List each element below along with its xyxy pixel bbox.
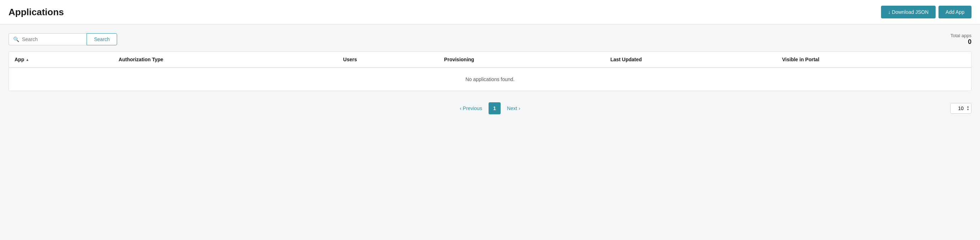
header-actions: ↓ Download JSON Add App (881, 6, 972, 18)
download-json-button[interactable]: ↓ Download JSON (881, 6, 935, 18)
table-header-row: App ▲ Authorization Type Users Provision… (9, 52, 971, 68)
page-header: Applications ↓ Download JSON Add App (0, 0, 980, 24)
previous-button[interactable]: ‹ Previous (455, 103, 487, 114)
page-title: Applications (8, 7, 64, 18)
search-input[interactable] (22, 36, 82, 42)
search-button[interactable]: Search (87, 33, 117, 45)
col-header-provisioning: Provisioning (439, 52, 605, 68)
total-apps-section: Total apps 0 (951, 33, 972, 46)
per-page-select-wrapper: 10 25 50 100 ▲▼ (950, 103, 972, 114)
col-header-auth-type: Authorization Type (113, 52, 337, 68)
main-content: 🔍 Search Total apps 0 App ▲ (0, 24, 980, 96)
table-header: App ▲ Authorization Type Users Provision… (9, 52, 971, 68)
empty-state-message: No applications found. (9, 68, 971, 91)
search-input-wrapper: 🔍 (8, 33, 87, 45)
table-body: No applications found. (9, 68, 971, 91)
col-header-users: Users (337, 52, 439, 68)
sort-asc-icon[interactable]: ▲ (25, 58, 29, 62)
next-button[interactable]: Next › (502, 103, 525, 114)
empty-state-row: No applications found. (9, 68, 971, 91)
page-number-1[interactable]: 1 (488, 102, 501, 114)
chevron-right-icon: › (519, 106, 520, 111)
search-left: 🔍 Search (8, 33, 117, 45)
total-apps-value: 0 (951, 38, 972, 46)
add-app-button[interactable]: Add App (939, 6, 972, 18)
col-header-app: App ▲ (9, 52, 113, 68)
per-page-wrapper: 10 25 50 100 ▲▼ (950, 103, 972, 114)
total-apps-label: Total apps (951, 33, 972, 38)
pagination: ‹ Previous 1 Next › (455, 102, 525, 114)
col-header-last-updated: Last Updated (605, 52, 776, 68)
search-icon: 🔍 (13, 36, 19, 42)
applications-table: App ▲ Authorization Type Users Provision… (9, 52, 971, 91)
page-wrapper: Applications ↓ Download JSON Add App 🔍 S… (0, 0, 980, 240)
col-header-visible-portal: Visible in Portal (776, 52, 971, 68)
chevron-left-icon: ‹ (460, 106, 461, 111)
search-row: 🔍 Search Total apps 0 (8, 33, 972, 46)
per-page-select[interactable]: 10 25 50 100 (950, 103, 972, 114)
pagination-row: ‹ Previous 1 Next › 10 25 50 100 ▲▼ (0, 96, 980, 120)
applications-table-wrapper: App ▲ Authorization Type Users Provision… (8, 51, 972, 91)
col-app-label: App (14, 57, 24, 62)
